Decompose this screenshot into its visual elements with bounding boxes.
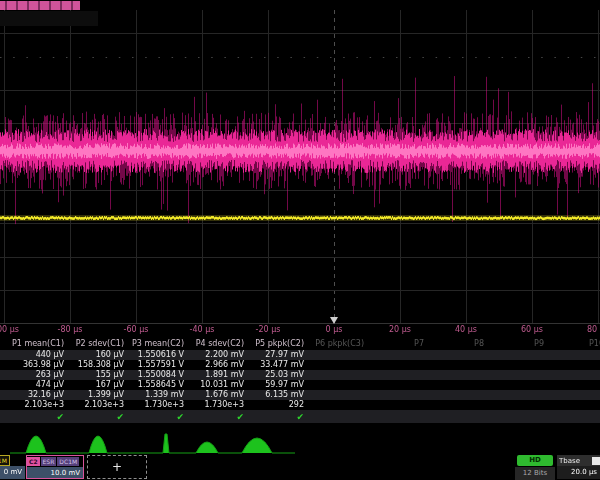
measure-value-cell: 1.730e+3 bbox=[128, 400, 188, 410]
hd-mode-badge[interactable]: HD bbox=[517, 455, 553, 466]
measure-value-cell: 1.339 mV bbox=[128, 390, 188, 400]
measure-histicons bbox=[0, 429, 600, 455]
table-row: 263 µV155 µV1.550084 V1.891 mV25.03 mV bbox=[0, 370, 600, 380]
time-axis-label: -100 µs bbox=[0, 325, 19, 334]
measure-value-cell: 1.557591 V bbox=[128, 360, 188, 370]
table-row: 32.16 µV1.399 µV1.339 mV1.676 mV6.135 mV bbox=[0, 390, 600, 400]
measure-value-cell: 292 bbox=[248, 400, 308, 410]
measure-header-cell[interactable]: P1 mean(C1) bbox=[8, 339, 68, 349]
measure-table: P1 mean(C1)P2 sdev(C1)P3 mean(C2)P4 sdev… bbox=[0, 337, 600, 430]
time-axis-label: 0 µs bbox=[326, 325, 343, 334]
table-row: 440 µV160 µV1.550616 V2.200 mV27.97 mV bbox=[0, 350, 600, 360]
waveform-grid-canvas[interactable] bbox=[0, 0, 600, 340]
measure-value-cell: 167 µV bbox=[68, 380, 128, 390]
measure-value-cell: 2.103e+3 bbox=[68, 400, 128, 410]
timebase-descriptor[interactable]: Tbase 20.0 µs bbox=[557, 455, 600, 479]
trigger-position-marker[interactable] bbox=[330, 317, 338, 324]
measure-header-cell[interactable]: P4 sdev(C2) bbox=[188, 339, 248, 349]
cropped-top-panel bbox=[0, 11, 98, 26]
time-axis-label: -20 µs bbox=[256, 325, 281, 334]
measure-header-cell[interactable]: P8 bbox=[428, 339, 488, 349]
c1-scale-value: 0 mV bbox=[0, 466, 25, 479]
measure-value-cell: 10.031 mV bbox=[188, 380, 248, 390]
measure-header-cell[interactable]: P6 pkpk(C3) bbox=[308, 339, 368, 349]
measure-status-cell: ✔ bbox=[68, 412, 128, 422]
measure-header-cell[interactable]: P10 bbox=[548, 339, 600, 349]
oscilloscope-screen: -100 µs-80 µs-60 µs-40 µs-20 µs0 µs20 µs… bbox=[0, 0, 600, 480]
table-row: 2.103e+32.103e+31.730e+31.730e+3292 bbox=[0, 400, 600, 410]
c2-scale-value: 10.0 mV bbox=[27, 467, 83, 479]
measure-value-cell: 2.200 mV bbox=[188, 350, 248, 360]
measure-status-cell: ✔ bbox=[128, 412, 188, 422]
table-row: 474 µV167 µV1.558645 V10.031 mV59.97 mV bbox=[0, 380, 600, 390]
measure-value-cell: 155 µV bbox=[68, 370, 128, 380]
time-axis-label: 60 µs bbox=[521, 325, 543, 334]
measure-value-cell: 160 µV bbox=[68, 350, 128, 360]
measure-header-cell[interactable]: P9 bbox=[488, 339, 548, 349]
measure-value-cell: 6.135 mV bbox=[248, 390, 308, 400]
measure-header-cell[interactable]: P7 bbox=[368, 339, 428, 349]
measure-status-cell: ✔ bbox=[188, 412, 248, 422]
measure-value-cell: 1.891 mV bbox=[188, 370, 248, 380]
time-axis-label: 20 µs bbox=[389, 325, 411, 334]
measure-value-cell: 158.308 µV bbox=[68, 360, 128, 370]
measure-header-cell[interactable]: P5 pkpk(C2) bbox=[248, 339, 308, 349]
measure-value-cell: 363.98 µV bbox=[8, 360, 68, 370]
channel-c1-descriptor[interactable]: DC1M 0 mV bbox=[0, 455, 25, 479]
measure-status-cell: ✔ bbox=[248, 412, 308, 422]
time-axis-label: -60 µs bbox=[124, 325, 149, 334]
measure-value-cell: 1.399 µV bbox=[68, 390, 128, 400]
measure-value-cell: 1.730e+3 bbox=[188, 400, 248, 410]
timebase-value: 20.0 µs bbox=[557, 466, 600, 479]
measure-value-cell: 2.966 mV bbox=[188, 360, 248, 370]
measure-value-cell: 59.97 mV bbox=[248, 380, 308, 390]
timebase-corner-square bbox=[592, 457, 600, 465]
measure-status-cell: ✔ bbox=[8, 412, 68, 422]
measure-value-cell: 1.676 mV bbox=[188, 390, 248, 400]
cropped-toolbar-highlight[interactable] bbox=[0, 1, 80, 10]
plus-icon: + bbox=[112, 460, 122, 474]
table-row: ✔✔✔✔✔ bbox=[0, 410, 600, 423]
hd-bits-label: 12 Bits bbox=[515, 467, 555, 480]
time-axis-label: 40 µs bbox=[455, 325, 477, 334]
c2-esr-badge: ESR bbox=[41, 457, 57, 466]
measure-header-cell[interactable]: P2 sdev(C1) bbox=[68, 339, 128, 349]
measure-value-cell: 33.477 mV bbox=[248, 360, 308, 370]
measure-value-cell: 474 µV bbox=[8, 380, 68, 390]
time-axis-label: -40 µs bbox=[190, 325, 215, 334]
measure-value-cell: 263 µV bbox=[8, 370, 68, 380]
table-row: P1 mean(C1)P2 sdev(C1)P3 mean(C2)P4 sdev… bbox=[0, 337, 600, 350]
channel-c2-descriptor[interactable]: C2 ESR DC1M 10.0 mV bbox=[26, 455, 84, 479]
measure-value-cell: 440 µV bbox=[8, 350, 68, 360]
time-axis-label: -80 µs bbox=[58, 325, 83, 334]
histicon-shapes bbox=[10, 434, 295, 453]
measure-value-cell: 25.03 mV bbox=[248, 370, 308, 380]
measure-value-cell: 1.550616 V bbox=[128, 350, 188, 360]
table-row: 363.98 µV158.308 µV1.557591 V2.966 mV33.… bbox=[0, 360, 600, 370]
c2-label-badge: C2 bbox=[27, 457, 40, 466]
measure-value-cell: 1.550084 V bbox=[128, 370, 188, 380]
measure-value-cell: 1.558645 V bbox=[128, 380, 188, 390]
measure-value-cell: 2.103e+3 bbox=[8, 400, 68, 410]
time-axis: -100 µs-80 µs-60 µs-40 µs-20 µs0 µs20 µs… bbox=[0, 324, 600, 337]
measure-value-cell: 32.16 µV bbox=[8, 390, 68, 400]
time-axis-label: 80 µs bbox=[587, 325, 600, 334]
c1-coupling-badge: DC1M bbox=[0, 455, 10, 466]
add-trace-slot[interactable]: + bbox=[87, 455, 147, 479]
timebase-label: Tbase bbox=[559, 457, 580, 465]
measure-value-cell: 27.97 mV bbox=[248, 350, 308, 360]
measure-header-cell[interactable]: P3 mean(C2) bbox=[128, 339, 188, 349]
descriptor-bar: DC1M 0 mV C2 ESR DC1M 10.0 mV + HD 12 Bi… bbox=[0, 454, 600, 480]
c2-coupling-badge: DC1M bbox=[57, 457, 79, 466]
